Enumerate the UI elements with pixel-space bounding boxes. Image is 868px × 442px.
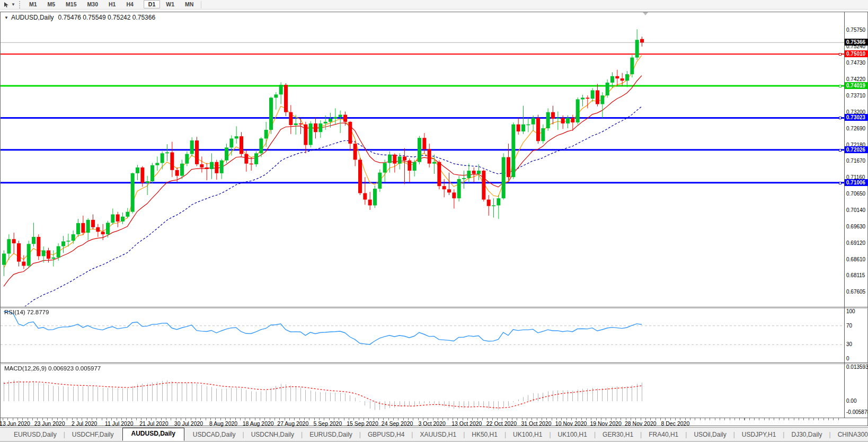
date-label: 3 Oct 2020 — [419, 420, 446, 427]
level-line-handle[interactable] — [839, 53, 842, 56]
symbol-tab-gbpusd-h4[interactable]: GBPUSD,H4 — [361, 429, 411, 440]
level-line-handle[interactable] — [839, 117, 842, 119]
rsi-tick-label: 70 — [846, 323, 868, 329]
chart-shift-marker[interactable] — [643, 12, 648, 15]
date-label: 2 Jul 2020 — [72, 420, 97, 427]
price-tick-label: 0.70140 — [846, 207, 868, 214]
symbol-tab-bar: EURUSD,Daily|USDCHF,DailyAUDUSD,DailyUSD… — [0, 427, 868, 441]
symbol-tab-china300-h1[interactable]: CHINA300,H1 — [831, 429, 868, 440]
price-level-badge: 0.72026 — [845, 146, 868, 153]
date-label: 13 Jun 2020 — [0, 420, 30, 427]
chart-title: ▼ AUDUSD,Daily 0.75476 0.75549 0.75242 0… — [4, 14, 155, 21]
chart-ohlc-values: 0.75476 0.75549 0.75242 0.75366 — [58, 14, 156, 21]
price-axis-border — [844, 12, 845, 418]
price-tick-label: 0.74220 — [846, 76, 868, 83]
timeframe-button-m1[interactable]: M1 — [24, 0, 42, 8]
macd-tick-label: 0.013593 — [846, 364, 868, 370]
date-label: 15 Sep 2020 — [347, 420, 378, 427]
chevron-down-icon[interactable]: ▼ — [11, 2, 15, 7]
timeframe-button-h4[interactable]: H4 — [121, 0, 138, 8]
date-label: 27 Aug 2020 — [277, 420, 308, 427]
date-label: 8 Aug 2020 — [209, 420, 237, 427]
macd-tick-label: 0.00 — [846, 398, 868, 404]
date-label: 18 Aug 2020 — [243, 420, 274, 427]
rsi-indicator-canvas[interactable] — [1, 308, 844, 361]
rsi-tick-label: 30 — [846, 341, 868, 348]
macd-indicator-canvas[interactable] — [1, 364, 844, 417]
symbol-tab-audusd-daily[interactable]: AUDUSD,Daily — [122, 428, 184, 441]
price-tick-label: 0.72690 — [846, 126, 868, 132]
timeframe-button-m15[interactable]: M15 — [61, 0, 81, 8]
symbol-tab-usoil-daily[interactable]: USOil,Daily — [687, 429, 732, 440]
timeframe-button-mn[interactable]: MN — [180, 0, 198, 8]
panel-separator[interactable] — [0, 363, 868, 363]
timeframe-button-m30[interactable]: M30 — [83, 0, 103, 8]
date-label: 23 Jun 2020 — [34, 420, 65, 427]
price-tick-label: 0.73710 — [846, 93, 868, 99]
date-label: 11 Jul 2020 — [105, 420, 134, 427]
date-label: 30 Jul 2020 — [174, 420, 203, 427]
toolbar-grip[interactable] — [19, 1, 22, 8]
panel-separator — [0, 308, 868, 308]
date-label: 13 Oct 2020 — [451, 420, 482, 427]
rsi-tick-label: 0 — [846, 356, 868, 362]
price-level-badge: 0.71006 — [845, 179, 868, 186]
date-label: 31 Oct 2020 — [521, 420, 551, 427]
date-label: 24 Sep 2020 — [382, 420, 413, 427]
price-tick-label: 0.67605 — [846, 289, 868, 295]
symbol-tab-usdchf-daily[interactable]: USDCHF,Daily — [66, 429, 120, 440]
timeframe-toolbar: ▼ M1M5M15M30H1H4D1W1MN — [0, 0, 868, 10]
symbol-tab-usdcnh-daily[interactable]: USDCNH,Daily — [245, 429, 300, 440]
timeframe-buttons: M1M5M15M30H1H4D1W1MN — [24, 1, 199, 8]
timeframe-button-w1[interactable]: W1 — [161, 0, 179, 8]
symbol-tab-uk100-h1[interactable]: UK100,H1 — [507, 429, 548, 440]
symbol-tab-hk50-h1[interactable]: HK50,H1 — [465, 429, 504, 440]
symbol-tab-eurusd-daily[interactable]: EURUSD,Daily — [303, 429, 359, 440]
level-line-handle[interactable] — [839, 149, 842, 152]
price-tick-label: 0.69120 — [846, 240, 868, 246]
timeframe-button-d1[interactable]: D1 — [144, 0, 160, 8]
panel-separator — [0, 364, 868, 364]
mt4-terminal: ▼ M1M5M15M30H1H4D1W1MN ▼ AUDUSD,Daily 0.… — [0, 0, 868, 442]
symbol-tab-ger30-h1[interactable]: GER30,H1 — [596, 429, 640, 440]
price-tick-label: 0.68115 — [846, 272, 868, 279]
rsi-tick-label: 100 — [846, 308, 868, 315]
timeframe-button-m5[interactable]: M5 — [43, 0, 60, 8]
date-label: 22 Oct 2020 — [486, 420, 517, 427]
date-axis[interactable]: 13 Jun 202023 Jun 20202 Jul 202011 Jul 2… — [0, 418, 868, 426]
symbol-tab-usdcad-daily[interactable]: USDCAD,Daily — [187, 429, 242, 440]
price-tick-label: 0.70650 — [846, 191, 868, 197]
timeframe-button-h1[interactable]: H1 — [104, 0, 120, 8]
symbol-tab-eurusd-daily[interactable]: EURUSD,Daily — [7, 429, 63, 440]
toolbar-separator — [201, 1, 201, 8]
date-label: 5 Sep 2020 — [314, 420, 342, 427]
symbol-tab-usdjpy-h1[interactable]: USDJPY,H1 — [736, 429, 782, 440]
price-level-badge: 0.75366 — [845, 39, 868, 46]
price-tick-label: 0.68610 — [846, 257, 868, 263]
collapse-triangle-icon[interactable]: ▼ — [4, 15, 8, 20]
price-level-badge: 0.75010 — [845, 50, 868, 57]
price-tick-label: 0.69630 — [846, 224, 868, 230]
date-label: 8 Dec 2020 — [661, 420, 690, 427]
symbol-tab-dj30-daily[interactable]: DJ30,Daily — [785, 429, 828, 440]
rsi-label: RSI(14) 72.8779 — [4, 309, 49, 315]
date-label: 10 Nov 2020 — [555, 420, 587, 427]
price-level-badge: 0.73023 — [845, 114, 868, 121]
level-line-handle[interactable] — [839, 182, 842, 184]
price-chart-canvas[interactable] — [1, 21, 844, 306]
macd-tick-label: -0.005878 — [846, 409, 868, 416]
price-tick-label: 0.74730 — [846, 60, 868, 66]
symbol-tab-uk100-h1[interactable]: UK100,H1 — [552, 429, 594, 440]
date-label: 28 Nov 2020 — [625, 420, 657, 427]
price-tick-label: 0.75750 — [846, 27, 868, 33]
panel-separator[interactable] — [0, 307, 868, 307]
price-tick-label: 0.71670 — [846, 158, 868, 164]
date-label: 21 Jul 2020 — [139, 420, 168, 427]
price-level-badge: 0.74019 — [845, 82, 868, 89]
symbol-tab-fra40-h1[interactable]: FRA40,H1 — [642, 429, 685, 440]
level-line-handle[interactable] — [839, 85, 842, 87]
cursor-pointer-icon[interactable] — [2, 1, 11, 8]
date-label: 19 Nov 2020 — [590, 420, 622, 427]
macd-label: MACD(12,26,9) 0.006923 0.005977 — [4, 365, 101, 372]
symbol-tab-xauusd-h1[interactable]: XAUUSD,H1 — [413, 429, 463, 440]
